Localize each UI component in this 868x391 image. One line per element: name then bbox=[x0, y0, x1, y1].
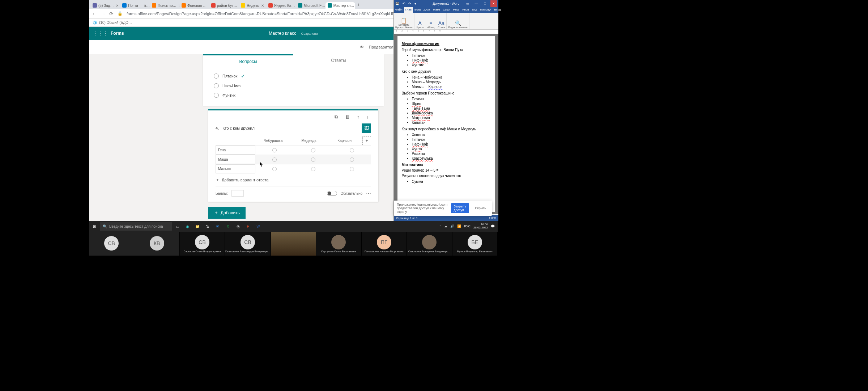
bookmark-item[interactable]: (10) Общий (БДО… bbox=[99, 21, 132, 25]
ribbon-tab[interactable]: Глав bbox=[404, 7, 413, 13]
radio-option[interactable]: Ниф-Ниф bbox=[214, 81, 373, 91]
start-button[interactable]: ⊞ bbox=[89, 221, 100, 232]
excel-icon[interactable]: X bbox=[223, 221, 233, 232]
participant-tile[interactable]: Картунова Ольга Васильевна bbox=[316, 232, 361, 256]
powerpoint-icon[interactable]: P bbox=[243, 221, 253, 232]
insert-media-button[interactable]: 🖼 bbox=[362, 123, 371, 133]
window-close[interactable]: ✕ bbox=[490, 0, 497, 7]
grid-row-label[interactable]: Гена bbox=[216, 146, 255, 155]
grid-cell[interactable] bbox=[294, 165, 333, 173]
paragraph-icon[interactable]: ≡ bbox=[429, 20, 432, 26]
grid-cell[interactable] bbox=[294, 155, 333, 164]
document-area[interactable]: Мультфильмология Герой мультфильма про В… bbox=[394, 34, 498, 214]
forms-brand[interactable]: Forms bbox=[111, 31, 124, 36]
sign-in-button[interactable]: Вход bbox=[493, 7, 502, 13]
find-icon[interactable]: 🔍 bbox=[455, 20, 461, 26]
copy-icon[interactable]: ⧉ bbox=[335, 114, 338, 120]
participant-tile[interactable]: СВ bbox=[89, 232, 134, 256]
save-icon[interactable]: 💾 bbox=[395, 2, 399, 5]
question-title-input[interactable]: Кто с кем дружил bbox=[222, 125, 358, 132]
move-up-icon[interactable]: ↑ bbox=[357, 114, 359, 120]
paste-icon[interactable]: 📋 bbox=[401, 18, 407, 24]
ribbon-tab[interactable]: Вид bbox=[471, 7, 478, 13]
ribbon-tab[interactable]: Реце bbox=[461, 7, 470, 13]
grid-cell[interactable] bbox=[255, 146, 294, 155]
participant-tile[interactable] bbox=[271, 232, 316, 256]
font-icon[interactable]: A bbox=[418, 20, 421, 26]
nav-back[interactable]: ← bbox=[92, 11, 97, 17]
undo-icon[interactable]: ↶ bbox=[403, 2, 405, 5]
trash-icon[interactable]: 🗑 bbox=[345, 114, 350, 120]
grid-row-label[interactable]: Малыш bbox=[216, 164, 255, 173]
grid-column-label[interactable]: Карлсон bbox=[327, 136, 362, 145]
nav-forward[interactable]: → bbox=[101, 11, 106, 17]
tab-responses[interactable]: Ответы bbox=[293, 54, 384, 68]
ribbon-tab[interactable]: Помощн bbox=[478, 7, 493, 13]
keyboard-lang[interactable]: РУС bbox=[464, 224, 471, 228]
ribbon-tab[interactable]: Вста bbox=[413, 7, 422, 13]
add-question-button[interactable]: ＋ Добавить bbox=[208, 207, 246, 219]
browser-tab[interactable]: Microsoft F…✕ bbox=[296, 2, 326, 9]
new-tab-button[interactable]: + bbox=[355, 1, 362, 9]
volume-icon[interactable]: 🔊 bbox=[450, 224, 454, 228]
browser-tab[interactable]: Мастер кл…✕ bbox=[326, 2, 355, 9]
ribbon-tab[interactable]: Маке bbox=[431, 7, 441, 13]
points-input[interactable] bbox=[231, 190, 244, 197]
styles-icon[interactable]: Aa bbox=[438, 20, 444, 26]
taskbar-search[interactable]: 🔍 Введите здесь текст для поиска bbox=[100, 222, 172, 231]
taskbar-clock[interactable]: 16:5628.03.2022 bbox=[473, 223, 488, 230]
participant-tile[interactable]: БЕБуянов Владимир Евгеньевич bbox=[452, 232, 498, 256]
mail-icon[interactable]: ✉ bbox=[213, 221, 223, 232]
participant-tile[interactable]: ПГПаламарчук Наталья Георгиевна bbox=[362, 232, 407, 256]
participant-tile[interactable]: Савочкина Екатерина Владимиро… bbox=[407, 232, 452, 256]
close-tab-icon[interactable]: ✕ bbox=[261, 4, 264, 8]
app-launcher-icon[interactable]: ⋮⋮⋮ bbox=[93, 30, 108, 36]
question-more-icon[interactable]: ⋯ bbox=[366, 190, 371, 196]
tray-chevron-icon[interactable]: ˄ bbox=[439, 224, 441, 228]
grid-cell[interactable] bbox=[294, 146, 333, 155]
hide-toast-button[interactable]: Скрыть bbox=[472, 205, 489, 211]
move-down-icon[interactable]: ↓ bbox=[367, 114, 369, 120]
grid-cell[interactable] bbox=[255, 165, 294, 173]
browser-tab[interactable]: Яндекс✕ bbox=[239, 2, 266, 9]
browser-tab[interactable]: Поиск по…✕ bbox=[150, 2, 179, 9]
stop-sharing-button[interactable]: Закрыть доступ bbox=[451, 203, 469, 213]
window-maximize[interactable]: □ bbox=[482, 0, 488, 7]
participant-tile[interactable]: СВСалышкина Александра Владимиро… bbox=[225, 232, 271, 256]
browser-tab[interactable]: Фоновая …✕ bbox=[179, 2, 209, 9]
edge-icon[interactable]: ◉ bbox=[182, 221, 192, 232]
radio-option[interactable]: Пятачок✓ bbox=[214, 71, 373, 81]
add-option-button[interactable]: ＋ Добавить вариант ответа bbox=[216, 173, 371, 186]
qat-dropdown-icon[interactable]: ▾ bbox=[414, 2, 416, 5]
word-icon[interactable]: W bbox=[253, 221, 263, 232]
grid-cell[interactable] bbox=[332, 146, 371, 155]
window-minimize[interactable]: ― bbox=[473, 0, 480, 7]
network-icon[interactable]: 📶 bbox=[457, 224, 461, 228]
onedrive-icon[interactable]: ☁ bbox=[444, 224, 447, 228]
browser-tab[interactable]: (5) Зад…✕ bbox=[90, 2, 120, 9]
ribbon-tab[interactable]: Диза bbox=[422, 7, 431, 13]
zoom-level[interactable]: 112% bbox=[489, 216, 496, 220]
redo-icon[interactable]: ↷ bbox=[408, 2, 411, 5]
browser-tab[interactable]: район бут…✕ bbox=[209, 2, 239, 9]
form-title[interactable]: Мастер класс bbox=[269, 31, 296, 36]
participant-tile[interactable]: СВСаркисян Ольга Владимировна bbox=[180, 232, 225, 256]
close-tab-icon[interactable]: ✕ bbox=[116, 4, 119, 8]
grid-column-label[interactable]: Чебурашка bbox=[255, 136, 291, 145]
page-indicator[interactable]: Страница 1 из 1 bbox=[396, 216, 418, 220]
ribbon-tab[interactable]: Расс bbox=[452, 7, 461, 13]
grid-cell[interactable] bbox=[332, 165, 371, 173]
add-column-button[interactable]: + bbox=[362, 136, 371, 145]
task-view-icon[interactable]: ▭ bbox=[172, 221, 182, 232]
ribbon-tab[interactable]: Ссыл bbox=[442, 7, 452, 13]
grid-column-label[interactable]: Медведь bbox=[291, 136, 327, 145]
ribbon-display-icon[interactable]: ▭ bbox=[464, 0, 471, 7]
tab-questions[interactable]: Вопросы bbox=[203, 54, 293, 68]
explorer-icon[interactable]: 📁 bbox=[192, 221, 203, 232]
grid-cell[interactable] bbox=[255, 155, 294, 164]
grid-cell[interactable] bbox=[332, 155, 371, 164]
chrome-icon[interactable]: ◎ bbox=[233, 221, 243, 232]
store-icon[interactable]: 🛍 bbox=[203, 221, 213, 232]
radio-option[interactable]: Фунтик bbox=[214, 91, 373, 100]
nav-reload[interactable]: ⟳ bbox=[109, 11, 114, 17]
